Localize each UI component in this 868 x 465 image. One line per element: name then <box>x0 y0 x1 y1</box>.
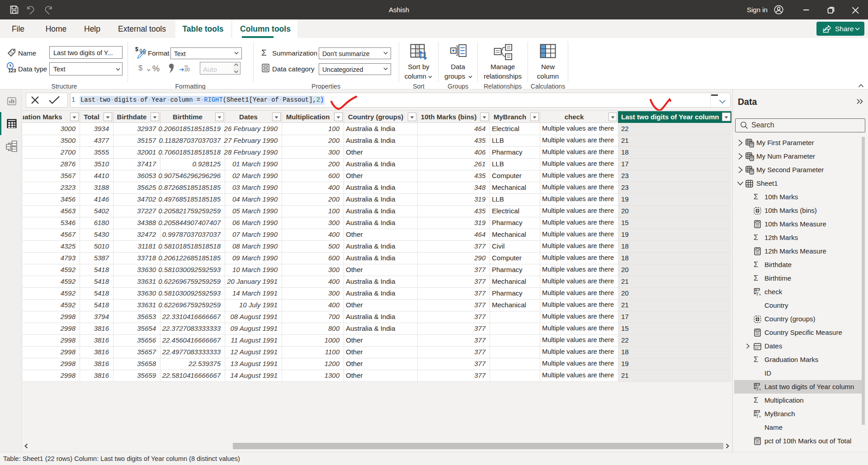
svg-text:x: x <box>759 414 761 418</box>
svg-text:x: x <box>759 292 761 296</box>
svg-text:00: 00 <box>184 65 188 68</box>
svg-text:123: 123 <box>8 68 16 73</box>
svg-text:$: $ <box>135 46 138 52</box>
svg-text:x: x <box>759 387 761 391</box>
svg-text:.00: .00 <box>184 67 190 72</box>
